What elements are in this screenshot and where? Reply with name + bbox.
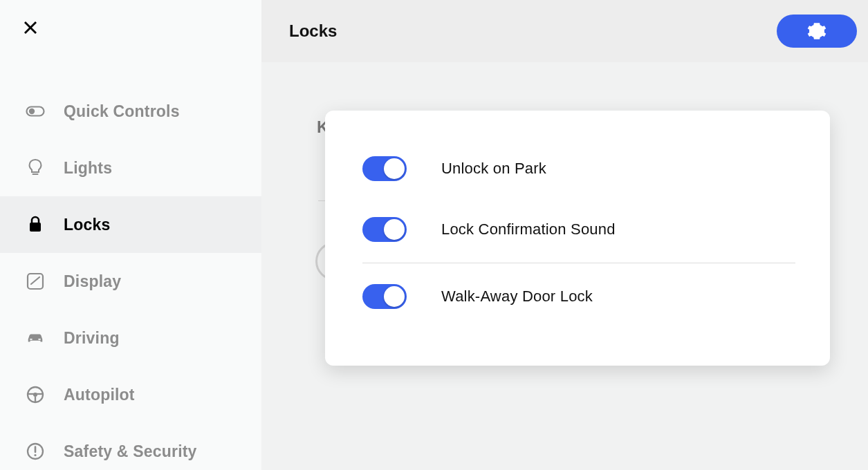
main-panel: Locks K Unlock on Park	[261, 0, 868, 470]
toggle-label: Walk-Away Door Lock	[441, 288, 593, 306]
sidebar-item-driving[interactable]: Driving	[0, 310, 261, 366]
toggle-knob	[384, 286, 405, 307]
sidebar-item-lights[interactable]: Lights	[0, 140, 261, 196]
lock-confirmation-sound-toggle[interactable]	[362, 217, 407, 242]
steering-wheel-icon	[25, 384, 46, 405]
sidebar-item-label: Driving	[64, 329, 120, 348]
setting-lock-confirmation-sound: Lock Confirmation Sound	[362, 199, 795, 260]
unlock-on-park-toggle[interactable]	[362, 156, 407, 181]
settings-button[interactable]	[777, 15, 857, 48]
sidebar-item-quick-controls[interactable]: Quick Controls	[0, 83, 261, 140]
svg-point-3	[29, 109, 35, 114]
sidebar-item-label: Locks	[64, 216, 110, 234]
toggle-label: Unlock on Park	[441, 160, 546, 178]
setting-unlock-on-park: Unlock on Park	[362, 138, 795, 199]
walk-away-door-lock-toggle[interactable]	[362, 284, 407, 309]
sidebar-item-safety-security[interactable]: Safety & Security	[0, 423, 261, 470]
toggle-knob	[384, 219, 405, 240]
sidebar-nav: Quick Controls Lights	[0, 83, 261, 470]
close-button[interactable]	[17, 14, 44, 41]
svg-point-16	[34, 454, 36, 456]
alert-circle-icon	[25, 441, 46, 462]
sidebar-item-locks[interactable]: Locks	[0, 196, 261, 253]
sidebar-item-display[interactable]: Display	[0, 253, 261, 310]
svg-line-7	[31, 277, 39, 284]
car-icon	[25, 328, 46, 348]
sidebar-item-label: Quick Controls	[64, 102, 180, 121]
sidebar-item-autopilot[interactable]: Autopilot	[0, 366, 261, 423]
lock-icon	[25, 214, 46, 235]
sidebar-item-label: Autopilot	[64, 386, 135, 404]
app-root: Quick Controls Lights	[0, 0, 868, 470]
sidebar-item-label: Display	[64, 272, 121, 291]
sidebar-item-label: Lights	[64, 159, 112, 178]
svg-rect-5	[30, 223, 41, 232]
gear-icon	[807, 21, 827, 41]
display-icon	[25, 271, 46, 292]
svg-rect-8	[30, 339, 33, 340]
svg-rect-9	[38, 339, 41, 340]
bulb-icon	[25, 158, 46, 178]
page-title: Locks	[289, 21, 337, 41]
content-area: K Unlock on Park Lock Confirmation Sound	[261, 62, 868, 470]
quick-controls-icon	[25, 101, 46, 122]
close-icon	[22, 19, 39, 36]
header: Locks	[261, 0, 868, 62]
sidebar-item-label: Safety & Security	[64, 442, 197, 461]
sidebar: Quick Controls Lights	[0, 0, 261, 470]
toggle-label: Lock Confirmation Sound	[441, 220, 616, 238]
locks-settings-card: Unlock on Park Lock Confirmation Sound W…	[325, 111, 830, 366]
toggle-knob	[384, 158, 405, 179]
setting-walk-away-door-lock: Walk-Away Door Lock	[362, 266, 795, 327]
divider	[362, 263, 795, 263]
